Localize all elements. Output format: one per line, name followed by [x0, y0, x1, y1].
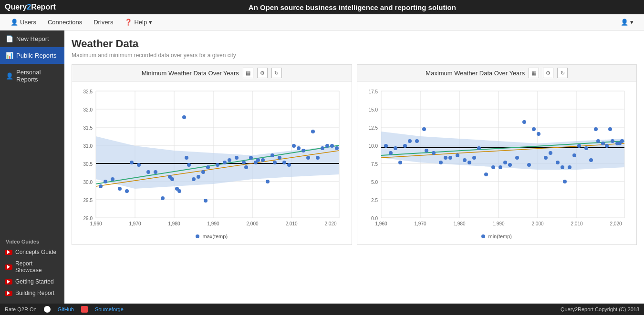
- svg-point-28: [104, 180, 107, 183]
- svg-point-118: [432, 151, 436, 155]
- svg-point-144: [577, 144, 581, 148]
- svg-point-132: [515, 156, 519, 160]
- youtube-icon-getting-started: [5, 279, 12, 285]
- svg-point-40: [177, 189, 181, 193]
- svg-point-155: [620, 139, 624, 143]
- sidebar-item-new-report[interactable]: 📄 New Report: [0, 30, 64, 47]
- chart-maximum-header: Maximum Weather Data Over Years ▦ ⚙ ↻: [357, 65, 637, 81]
- svg-text:17.5: 17.5: [368, 89, 378, 94]
- svg-point-63: [282, 161, 286, 164]
- nav-connections[interactable]: Connections: [42, 16, 88, 29]
- svg-point-50: [223, 161, 227, 164]
- svg-point-128: [491, 165, 495, 169]
- nav-drivers[interactable]: Drivers: [88, 16, 119, 29]
- sidebar-video-building[interactable]: Building Report: [0, 287, 64, 299]
- svg-point-49: [216, 163, 219, 167]
- svg-point-131: [508, 163, 512, 167]
- sidebar-video-concepts[interactable]: Concepts Guide: [0, 246, 64, 258]
- youtube-icon-showcase: [5, 264, 12, 270]
- svg-point-149: [601, 142, 605, 145]
- youtube-icon-building: [5, 291, 12, 296]
- main-layout: 📄 New Report 📊 Public Reports 👤 Personal…: [0, 30, 644, 304]
- chart-minimum-title: Minimum Weather Data Over Years: [142, 70, 239, 77]
- svg-point-57: [256, 158, 260, 162]
- chart-minimum-bar-icon[interactable]: ▦: [243, 68, 253, 78]
- svg-text:31.0: 31.0: [83, 143, 93, 149]
- chart-maximum-bar-icon[interactable]: ▦: [529, 68, 539, 78]
- svg-text:1,970: 1,970: [414, 221, 426, 226]
- chart-minimum-legend: max(temp): [74, 232, 349, 242]
- svg-point-120: [444, 156, 447, 160]
- nav-users[interactable]: 👤 Users: [5, 16, 42, 29]
- nav-help[interactable]: ❓ Help ▾: [119, 16, 157, 29]
- sidebar: 📄 New Report 📊 Public Reports 👤 Personal…: [0, 30, 64, 304]
- chart-minimum-gear-icon[interactable]: ⚙: [257, 68, 268, 78]
- svg-point-72: [325, 144, 329, 148]
- topbar: Query2Report An Open source business int…: [0, 0, 644, 14]
- sidebar-video-getting-started[interactable]: Getting Started: [0, 276, 64, 287]
- personal-reports-icon: 👤: [6, 72, 13, 80]
- svg-point-121: [448, 156, 452, 160]
- svg-point-45: [197, 175, 200, 179]
- svg-text:1,980: 1,980: [453, 221, 465, 226]
- svg-text:0.0: 0.0: [371, 216, 378, 221]
- svg-point-152: [611, 139, 614, 143]
- chart-minimum-refresh-icon[interactable]: ↻: [271, 68, 282, 78]
- chart-maximum-gear-icon[interactable]: ⚙: [543, 68, 553, 78]
- public-reports-icon: 📊: [6, 52, 13, 59]
- sidebar-video-showcase[interactable]: Report Showcase: [0, 258, 64, 276]
- svg-point-130: [503, 161, 507, 164]
- svg-point-62: [278, 156, 281, 160]
- svg-point-31: [125, 189, 129, 193]
- svg-point-117: [425, 149, 428, 152]
- svg-point-68: [306, 156, 310, 160]
- svg-text:15.0: 15.0: [368, 107, 378, 112]
- svg-point-69: [311, 130, 315, 133]
- svg-point-150: [605, 144, 609, 148]
- svg-point-59: [266, 180, 270, 183]
- svg-point-134: [527, 163, 531, 167]
- svg-point-109: [384, 144, 388, 148]
- svg-text:32.0: 32.0: [83, 107, 93, 112]
- svg-point-112: [398, 161, 402, 164]
- svg-point-51: [228, 158, 231, 162]
- svg-point-54: [244, 165, 248, 169]
- svg-point-58: [261, 158, 265, 162]
- svg-point-143: [572, 153, 576, 157]
- svg-point-129: [499, 165, 502, 169]
- logo[interactable]: Query2Report: [5, 3, 56, 11]
- svg-point-145: [584, 146, 588, 150]
- sidebar-item-personal-reports[interactable]: 👤 Personal Reports: [0, 64, 64, 88]
- svg-text:5.0: 5.0: [371, 180, 378, 185]
- sidebar-item-public-reports[interactable]: 📊 Public Reports: [0, 47, 64, 64]
- nav-user-menu[interactable]: 👤 ▾: [615, 16, 639, 29]
- svg-point-119: [439, 161, 443, 164]
- svg-text:1,960: 1,960: [375, 221, 387, 226]
- svg-point-151: [608, 127, 612, 131]
- svg-point-146: [589, 158, 593, 162]
- svg-point-127: [484, 173, 488, 176]
- svg-point-142: [568, 165, 571, 169]
- svg-point-114: [408, 139, 412, 143]
- svg-point-138: [549, 151, 552, 155]
- footer-github-link[interactable]: GitHub: [58, 306, 74, 312]
- chart-maximum-title: Maximum Weather Data Over Years: [426, 70, 525, 77]
- svg-text:10.0: 10.0: [368, 143, 378, 149]
- svg-text:1,970: 1,970: [129, 221, 141, 226]
- svg-point-71: [321, 146, 324, 150]
- svg-point-125: [472, 156, 476, 160]
- chart-maximum-refresh-icon[interactable]: ↻: [557, 68, 568, 78]
- footer-sourceforge-link[interactable]: Sourceforge: [95, 306, 124, 312]
- svg-point-115: [415, 139, 419, 143]
- svg-point-55: [249, 156, 253, 160]
- svg-text:1,960: 1,960: [90, 221, 102, 226]
- footer-rate-label: Rate Q2R On: [5, 306, 37, 312]
- svg-point-140: [561, 165, 564, 169]
- svg-point-113: [403, 144, 407, 148]
- svg-text:32.5: 32.5: [83, 89, 93, 94]
- svg-text:1,990: 1,990: [492, 221, 504, 226]
- chart-maximum-legend: min(temp): [360, 232, 634, 242]
- youtube-icon-concepts: [5, 250, 12, 255]
- svg-point-38: [170, 177, 174, 181]
- svg-point-124: [467, 161, 471, 164]
